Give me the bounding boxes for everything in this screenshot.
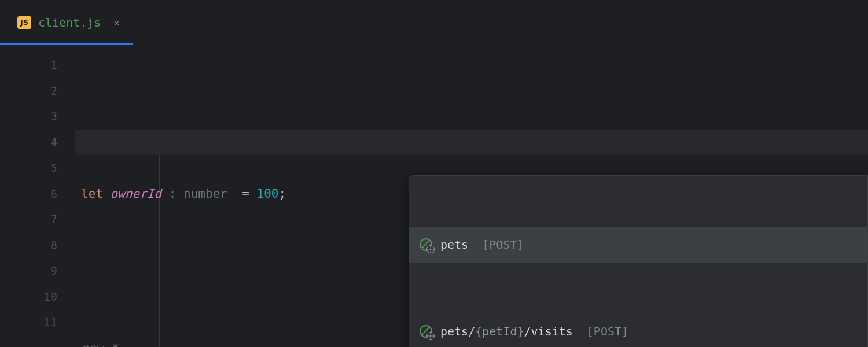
line-number: 10	[0, 284, 75, 310]
js-file-icon: JS	[17, 16, 31, 29]
line-number: 4	[0, 130, 75, 156]
autocomplete-method: [POST]	[482, 232, 524, 258]
autocomplete-item[interactable]: pets [POST]	[409, 227, 867, 263]
line-number: 5	[0, 155, 75, 181]
editor[interactable]: 1 2 3 4 5 6 7 8 9 10 11 let ownerId : nu…	[0, 45, 868, 347]
endpoint-icon	[420, 238, 432, 251]
code-area[interactable]: let ownerId : number = 100; new * axios …	[75, 45, 868, 347]
autocomplete-method: [POST]	[587, 319, 628, 345]
close-icon[interactable]: ✕	[113, 17, 119, 28]
line-number: 11	[0, 309, 75, 335]
endpoint-icon	[420, 325, 432, 338]
line-number-gutter: 1 2 3 4 5 6 7 8 9 10 11	[0, 45, 75, 347]
autocomplete-item[interactable]: pets/{petId}/visits [POST]	[409, 314, 867, 348]
tab-bar: JS client.js ✕	[0, 0, 868, 45]
line-number: 6	[0, 181, 75, 207]
line-number: 2	[0, 78, 75, 104]
autocomplete-popup: pets [POST] pets/{petId}/visits [POST] b…	[409, 175, 868, 347]
current-line-highlight	[75, 130, 868, 156]
autocomplete-label: pets/{petId}/visits	[440, 319, 573, 345]
inlay-hint: new *	[81, 341, 117, 348]
line-number: 9	[0, 258, 75, 284]
line-number: 7	[0, 206, 75, 232]
line-number: 3	[0, 104, 75, 130]
tab-filename: client.js	[38, 16, 101, 29]
tab-client-js[interactable]: JS client.js ✕	[0, 0, 133, 45]
autocomplete-label: pets	[440, 232, 468, 258]
line-number: 1	[0, 52, 75, 78]
line-number: 8	[0, 232, 75, 259]
